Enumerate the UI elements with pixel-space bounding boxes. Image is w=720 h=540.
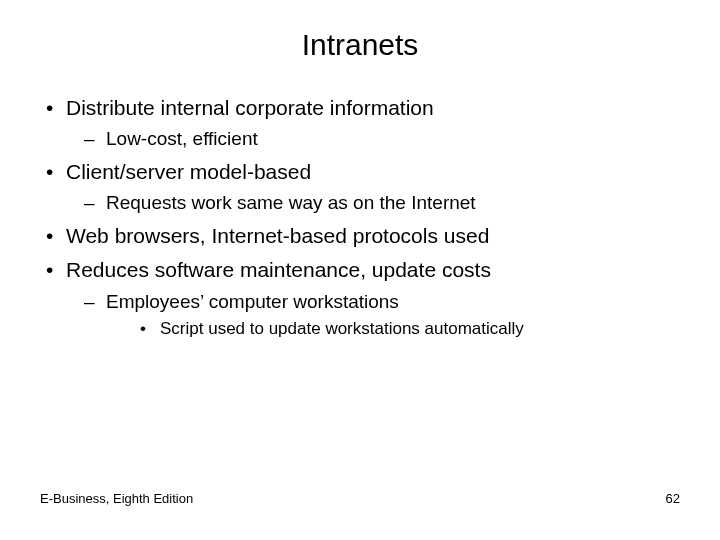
sub-sub-bullet-item: Script used to update workstations autom… xyxy=(106,318,680,341)
sub-bullet-text: Employees’ computer workstations xyxy=(106,291,399,312)
footer-left: E-Business, Eighth Edition xyxy=(40,491,193,506)
sub-bullet-list: Low-cost, efficient xyxy=(66,126,680,152)
sub-bullet-item: Requests work same way as on the Interne… xyxy=(66,190,680,216)
sub-sub-bullet-text: Script used to update workstations autom… xyxy=(160,319,524,338)
page-number: 62 xyxy=(666,491,680,506)
sub-bullet-item: Low-cost, efficient xyxy=(66,126,680,152)
sub-bullet-list: Requests work same way as on the Interne… xyxy=(66,190,680,216)
bullet-item: Client/server model-based Requests work … xyxy=(40,158,680,216)
bullet-item: Reduces software maintenance, update cos… xyxy=(40,256,680,341)
bullet-text: Client/server model-based xyxy=(66,160,311,183)
bullet-list: Distribute internal corporate informatio… xyxy=(40,94,680,341)
sub-bullet-list: Employees’ computer workstations Script … xyxy=(66,289,680,342)
bullet-item: Distribute internal corporate informatio… xyxy=(40,94,680,152)
sub-sub-bullet-list: Script used to update workstations autom… xyxy=(106,318,680,341)
bullet-text: Web browsers, Internet-based protocols u… xyxy=(66,224,489,247)
bullet-text: Distribute internal corporate informatio… xyxy=(66,96,434,119)
bullet-text: Reduces software maintenance, update cos… xyxy=(66,258,491,281)
bullet-item: Web browsers, Internet-based protocols u… xyxy=(40,222,680,250)
footer: E-Business, Eighth Edition 62 xyxy=(40,491,680,506)
sub-bullet-text: Requests work same way as on the Interne… xyxy=(106,192,476,213)
slide-title: Intranets xyxy=(40,28,680,62)
sub-bullet-item: Employees’ computer workstations Script … xyxy=(66,289,680,342)
sub-bullet-text: Low-cost, efficient xyxy=(106,128,258,149)
